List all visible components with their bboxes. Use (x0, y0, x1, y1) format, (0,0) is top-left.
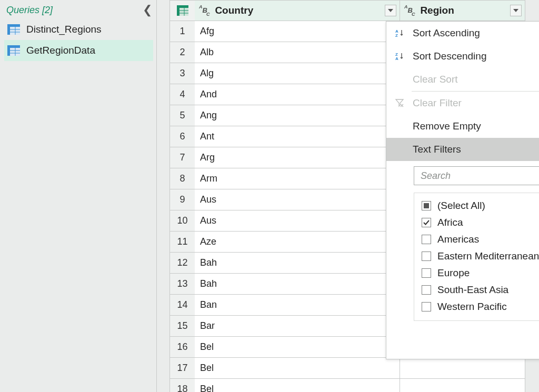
cell-country[interactable]: Ban (195, 295, 400, 316)
select-all-rows-corner[interactable] (169, 0, 195, 21)
column-header-label: Country (215, 5, 253, 16)
queries-pane: Queries [2] ❮ Distinct_RegionsGetRegionD… (0, 0, 157, 392)
filter-value-label: South-East Asia (437, 284, 508, 296)
queries-pane-header: Queries [2] ❮ (4, 2, 153, 19)
checkbox[interactable] (422, 201, 431, 210)
filter-value-item[interactable]: Americas (421, 231, 539, 248)
table-row[interactable]: 17Bel (169, 358, 539, 379)
clear-filter-icon (394, 99, 405, 107)
cell-country[interactable]: Bah (195, 253, 400, 274)
cell-country[interactable]: Aze (195, 232, 400, 253)
checkbox[interactable] (422, 285, 431, 295)
row-header[interactable]: 1 (169, 21, 195, 42)
menu-item-label: Text Filters (413, 144, 461, 155)
filter-value-item[interactable]: (Select All) (421, 197, 539, 214)
column-filter-button-region[interactable] (510, 5, 522, 16)
query-item[interactable]: GetRegionData (4, 40, 153, 61)
sort-asc-icon: AZ (394, 29, 405, 37)
row-header[interactable]: 11 (169, 232, 195, 253)
cell-country[interactable]: Bel (195, 379, 400, 392)
row-header[interactable]: 13 (169, 274, 195, 295)
filter-value-item[interactable]: South-East Asia (421, 282, 539, 298)
cell-country[interactable]: And (195, 84, 400, 105)
cell-country[interactable]: Alb (195, 42, 400, 63)
cell-country[interactable]: Bel (195, 337, 400, 358)
row-header[interactable]: 9 (169, 189, 195, 210)
filter-value-item[interactable]: Europe (421, 265, 539, 282)
svg-rect-12 (177, 5, 188, 8)
svg-rect-6 (7, 45, 20, 48)
filter-values-block: (Select All)AfricaAmericasEastern Medite… (386, 161, 539, 328)
row-header[interactable]: 8 (169, 168, 195, 189)
filter-value-label: (Select All) (437, 200, 485, 212)
checkbox[interactable] (422, 302, 431, 311)
filter-value-label: Eastern Mediterranean (437, 250, 539, 262)
cell-country[interactable]: Alg (195, 63, 400, 84)
query-item-label: GetRegionData (26, 45, 95, 56)
query-item[interactable]: Distinct_Regions (4, 19, 153, 40)
row-header[interactable]: 16 (169, 337, 195, 358)
filter-value-item[interactable]: Africa (421, 214, 539, 231)
cell-country[interactable]: Bar (195, 316, 400, 337)
row-header[interactable]: 7 (169, 147, 195, 168)
table-row[interactable]: 18Bel (169, 379, 539, 392)
cell-country[interactable]: Ant (195, 126, 400, 147)
row-header[interactable]: 5 (169, 105, 195, 126)
query-table-icon (7, 45, 20, 56)
region-filter-dropdown: AZ Sort Ascending ZA Sort Descending Cle… (386, 21, 539, 359)
clear-sort-menu-item: Clear Sort (386, 68, 539, 91)
cell-country[interactable]: Arm (195, 168, 400, 189)
chevron-down-icon (513, 9, 518, 12)
cell-region[interactable] (400, 358, 525, 379)
table-icon (177, 5, 188, 16)
filter-value-label: Africa (437, 217, 463, 228)
menu-item-label: Sort Descending (413, 51, 486, 62)
row-header[interactable]: 14 (169, 295, 195, 316)
collapse-queries-pane-icon[interactable]: ❮ (143, 3, 152, 17)
cell-country[interactable]: Afg (195, 21, 400, 42)
sort-descending-menu-item[interactable]: ZA Sort Descending (386, 45, 539, 68)
column-header-country[interactable]: ABC Country (195, 0, 400, 21)
cell-region[interactable] (400, 379, 525, 392)
query-item-label: Distinct_Regions (26, 24, 102, 35)
menu-item-label: Remove Empty (413, 120, 481, 132)
menu-item-label: Clear Sort (413, 74, 458, 85)
row-header[interactable]: 2 (169, 42, 195, 63)
row-header[interactable]: 15 (169, 316, 195, 337)
checkbox[interactable] (422, 235, 431, 244)
row-header[interactable]: 10 (169, 210, 195, 232)
filter-value-label: Europe (437, 267, 470, 279)
text-filters-menu-item[interactable]: Text Filters ▸ (386, 138, 539, 161)
column-header-region[interactable]: ABC Region (400, 0, 525, 21)
remove-empty-menu-item[interactable]: Remove Empty (386, 115, 539, 138)
row-header[interactable]: 12 (169, 253, 195, 274)
svg-marker-19 (513, 9, 518, 12)
checkbox[interactable] (422, 252, 431, 261)
row-header[interactable]: 17 (169, 358, 195, 379)
cell-country[interactable]: Arg (195, 147, 400, 168)
sort-desc-icon: ZA (394, 52, 405, 61)
checkbox[interactable] (422, 268, 431, 278)
text-type-icon: ABC (199, 6, 211, 16)
filter-values-list: (Select All)AfricaAmericasEastern Medite… (414, 193, 539, 321)
cell-country[interactable]: Bel (195, 358, 400, 379)
filter-value-item[interactable]: Eastern Mediterranean (421, 248, 539, 265)
checkbox[interactable] (422, 218, 431, 227)
cell-country[interactable]: Bah (195, 274, 400, 295)
row-header[interactable]: 18 (169, 379, 195, 392)
dialog-button-row: OK Cancel (386, 328, 539, 359)
cell-country[interactable]: Ang (195, 105, 400, 126)
column-filter-button-country[interactable] (385, 5, 396, 16)
filter-search-input[interactable] (414, 166, 539, 185)
menu-item-label: Clear Filter (413, 97, 462, 109)
cell-country[interactable]: Aus (195, 210, 400, 232)
row-header[interactable]: 4 (169, 84, 195, 105)
sort-ascending-menu-item[interactable]: AZ Sort Ascending (386, 22, 539, 45)
grid-area: ABC Country ABC Region 1Afg2Alb3Alg4And5… (157, 0, 539, 392)
row-header[interactable]: 6 (169, 126, 195, 147)
cell-country[interactable]: Aus (195, 189, 400, 210)
row-header[interactable]: 3 (169, 63, 195, 84)
text-type-icon: ABC (404, 6, 416, 16)
filter-value-item[interactable]: Western Pacific (421, 298, 539, 315)
menu-item-label: Sort Ascending (413, 27, 480, 39)
